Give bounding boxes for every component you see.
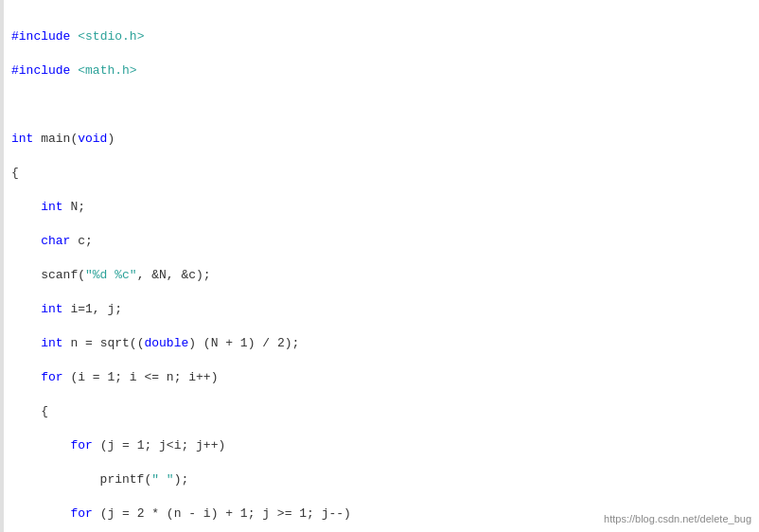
code-line (11, 97, 748, 114)
code-line: { (11, 403, 748, 420)
code-line: scanf("%d %c", &N, &c); (11, 267, 748, 284)
code-line: int i=1, j; (11, 301, 748, 318)
code-line: printf(" "); (11, 471, 748, 488)
preprocessor: #include (11, 28, 70, 45)
code-area[interactable]: #include <stdio.h> #include <math.h> int… (0, 8, 759, 532)
code-line: for (j = 1; j<i; j++) (11, 437, 748, 454)
preprocessor: #include (11, 62, 70, 80)
code-line: for (i = 1; i <= n; i++) (11, 369, 748, 386)
left-bar (0, 0, 4, 532)
watermark: https://blog.csdn.net/delete_bug (604, 513, 751, 524)
code-line: char c; (11, 233, 748, 250)
code-line: #include <stdio.h> (11, 28, 748, 45)
code-line: int main(void) (11, 131, 748, 148)
code-line: #include <math.h> (11, 62, 748, 80)
editor-container: #include <stdio.h> #include <math.h> int… (0, 0, 759, 532)
code-line: int n = sqrt((double) (N + 1) / 2); (11, 335, 748, 352)
code-line: int N; (11, 199, 748, 216)
code-line: { (11, 165, 748, 182)
